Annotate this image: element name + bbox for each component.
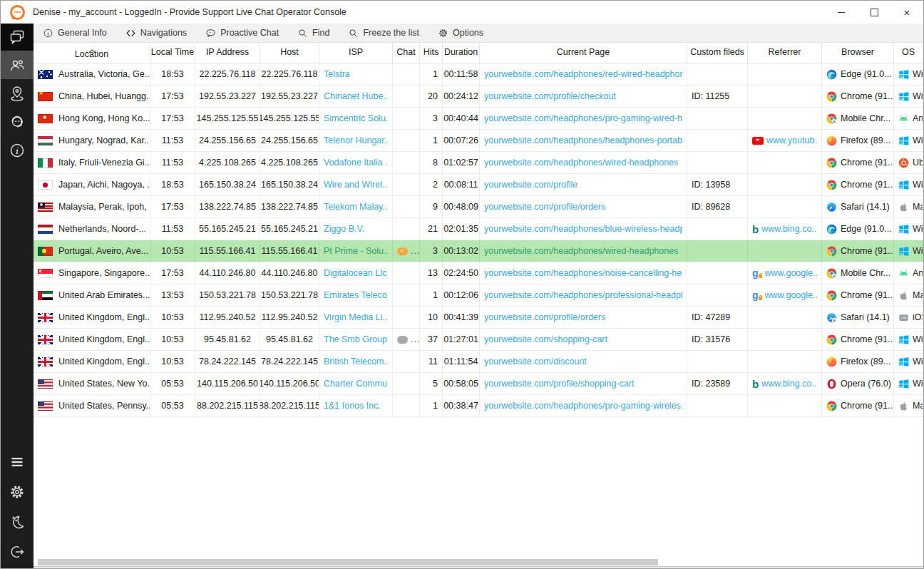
referrer-link[interactable]: www.bing.co... (761, 379, 817, 389)
sidebar-item-chats[interactable] (1, 24, 34, 51)
sidebar-item-visitors[interactable] (1, 51, 34, 79)
visitor-row[interactable]: United Kingdom, Engl...10:5395.45.81.629… (34, 329, 923, 351)
column-header-ip-address[interactable]: IP Address (195, 43, 260, 63)
sidebar-item-night-mode[interactable] (1, 507, 34, 537)
current-page-link[interactable]: yourwebsite.com/discount (484, 357, 587, 366)
column-header-label: Browser (841, 48, 874, 57)
current-page-link[interactable]: yourwebsite.com/headphones/red-wired-hea… (484, 69, 682, 79)
column-header-host[interactable]: Host (260, 43, 319, 63)
sidebar-item-info[interactable] (1, 136, 34, 165)
toolbar-button-options[interactable]: Options (428, 24, 493, 42)
sidebar-item-geo-location[interactable] (1, 79, 34, 108)
current-page-link[interactable]: yourwebsite.com/headphones/professional-… (484, 290, 682, 300)
sidebar-item-logout[interactable] (1, 537, 34, 567)
toolbar-button-label: Options (453, 28, 483, 38)
column-header-os[interactable]: OS (894, 43, 923, 63)
isp-link[interactable]: Charter Commu... (324, 379, 388, 389)
current-page-link[interactable]: yourwebsite.com/profile/orders (484, 202, 605, 212)
visitor-row[interactable]: United Arab Emirates...13:53150.53.221.7… (34, 284, 923, 307)
close-button[interactable]: × (890, 1, 923, 24)
isp-link[interactable]: Chinanet Hube... (324, 91, 388, 101)
visitor-row[interactable]: Italy, Friuli-Venezia Gi...11:534.225.10… (34, 152, 923, 174)
current-page-link[interactable]: yourwebsite.com/shopping-cart (484, 334, 607, 344)
toolbar-button-find[interactable]: Find (288, 24, 339, 42)
message-chat-icon[interactable] (397, 336, 408, 344)
visitor-row[interactable]: Singapore, Singapore...17:5344.110.246.8… (34, 262, 923, 284)
maximize-button[interactable] (858, 1, 890, 24)
visitor-row[interactable]: Hong Kong, Hong Ko...17:53145.255.125.55… (34, 108, 923, 130)
visitor-row[interactable]: United States, Pennsy...05:5388.202.215.… (34, 395, 923, 417)
column-header-duration[interactable]: Duration (443, 43, 480, 63)
current-page-link[interactable]: yourwebsite.com/headphones/wired-headpho… (484, 246, 678, 256)
check-icon: ✓ (397, 247, 408, 255)
isp-link[interactable]: Wire and Wirel... (324, 180, 388, 190)
cell-os: Mac (894, 395, 923, 416)
current-page-link[interactable]: yourwebsite.com/profile/orders (484, 312, 605, 322)
isp-link[interactable]: Telstra (324, 69, 350, 79)
visitor-row[interactable]: United Kingdom, Engl...10:53112.95.240.5… (34, 307, 923, 329)
isp-link[interactable]: Emirates Teleco... (324, 290, 388, 300)
toolbar-button-navigations[interactable]: Navigations (116, 24, 196, 42)
toolbar-button-proactive-chat[interactable]: Proactive Chat (196, 24, 288, 42)
visitor-row-selected[interactable]: Portugal, Aveiro, Ave...10:53115.55.166.… (34, 240, 923, 262)
current-page-link[interactable]: yourwebsite.com/headphones/pro-gaming-wi… (484, 113, 682, 123)
current-page-link[interactable]: yourwebsite.com/headphones/headphones-po… (484, 135, 682, 145)
current-page-link[interactable]: yourwebsite.com/headphones/blue-wireless… (484, 224, 682, 234)
toolbar-button-freeze-the-list[interactable]: Freeze the list (339, 24, 428, 42)
chrome-mobile-browser-icon: M (826, 268, 837, 279)
column-header-browser[interactable]: Browser (822, 43, 894, 63)
visitor-row[interactable]: Australia, Victoria, Ge...18:5322.225.76… (34, 63, 923, 86)
column-header-referrer[interactable]: Referrer (748, 43, 822, 63)
visitor-row[interactable]: Japan, Aichi, Nagoya, ...18:53165.150.38… (34, 174, 923, 196)
isp-link[interactable]: Vodafone Italia ... (324, 158, 388, 168)
cell-location: United States, Pennsy... (34, 395, 150, 416)
column-header-label: ISP (349, 48, 363, 57)
horizontal-scrollbar[interactable] (34, 558, 923, 566)
isp-link[interactable]: 1&1 Ionos Inc. (324, 401, 381, 411)
visitor-row[interactable]: Hungary, Nograd, Kar...11:5324.255.156.6… (34, 130, 923, 152)
current-page-link[interactable]: yourwebsite.com/headphones/noise-cancell… (484, 268, 682, 278)
visitor-row[interactable]: United States, New Yo...05:53140.115.206… (34, 373, 923, 395)
isp-link[interactable]: Pt Prime - Solu... (324, 246, 388, 256)
sidebar-item-operator[interactable] (1, 108, 34, 136)
isp-link[interactable]: Telenor Hungar... (324, 135, 388, 145)
column-header-custom-fileds[interactable]: Custom fileds (687, 43, 748, 63)
visitor-row[interactable]: China, Hubei, Huangg...17:53192.55.23.22… (34, 86, 923, 108)
location-text: Singapore, Singapore... (58, 268, 150, 278)
current-page-link[interactable]: yourwebsite.com/headphones/wired-headpho… (484, 158, 678, 168)
chrome-browser-icon (826, 401, 837, 411)
column-header-location[interactable]: Location (34, 43, 150, 63)
isp-link[interactable]: The Smb Group (324, 334, 387, 344)
column-header-current-page[interactable]: Current Page (480, 43, 687, 63)
current-page-link[interactable]: yourwebsite.com/profile/checkout (484, 91, 616, 101)
isp-link[interactable]: British Telecom... (324, 357, 388, 366)
current-page-link[interactable]: yourwebsite.com/headphones/pro-gaming-wi… (484, 401, 682, 411)
isp-link[interactable]: Telekom Malay... (324, 202, 388, 212)
visitor-row[interactable]: Netherlands, Noord-...11:5355.165.245.21… (34, 218, 923, 240)
column-header-hits[interactable]: Hits (420, 43, 443, 63)
sidebar-item-menu[interactable] (1, 447, 34, 477)
scrollbar-thumb[interactable] (38, 559, 658, 565)
sg-flag-icon (38, 269, 53, 278)
isp-link[interactable]: Virgin Media Li... (324, 312, 388, 322)
isp-link[interactable]: Digitalocean Llc (324, 268, 386, 278)
current-page-link[interactable]: yourwebsite.com/profile/shopping-cart (484, 379, 635, 389)
column-header-chat[interactable]: Chat (393, 43, 420, 63)
column-header-isp[interactable]: ISP (319, 43, 393, 63)
referrer-link[interactable]: www.bing.co... (761, 224, 817, 234)
isp-link[interactable]: Ziggo B.V. (324, 224, 364, 234)
os-text: Win (913, 379, 923, 389)
current-page-link[interactable]: yourwebsite.com/profile (484, 180, 578, 190)
sidebar-item-settings[interactable] (1, 477, 34, 507)
answered-chat-icon[interactable]: ✓ (397, 247, 408, 255)
visitor-row[interactable]: Malaysia, Perak, Ipoh, ...17:53138.222.7… (34, 196, 923, 218)
referrer-link[interactable]: www.youtub... (766, 135, 817, 145)
edge-browser-icon (826, 224, 837, 235)
referrer-link[interactable]: www.google... (765, 290, 817, 300)
visitor-row[interactable]: United Kingdom, Engl...10:5378.24.222.14… (34, 351, 923, 373)
minimize-button[interactable] (825, 1, 858, 24)
isp-link[interactable]: Simcentric Solu... (324, 113, 388, 123)
referrer-link[interactable]: www.google... (765, 268, 817, 278)
toolbar-button-general-info[interactable]: General Info (34, 24, 116, 42)
column-header-local-time[interactable]: Local Time (150, 43, 195, 63)
